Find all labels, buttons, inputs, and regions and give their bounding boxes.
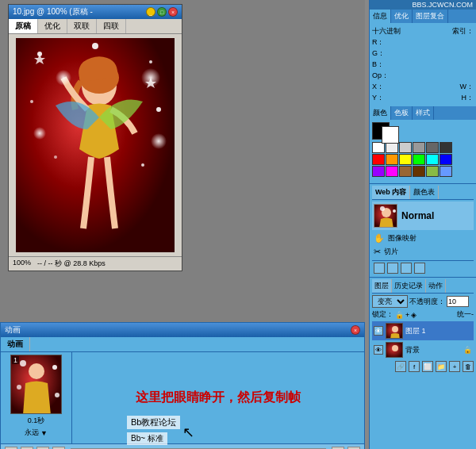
tab-layer-merge[interactable]: 图层复合 [413,10,448,23]
x-label: X： [372,82,384,92]
image-statusbar: 100% -- / -- 秒 @ 28.8 Kbps [9,256,182,271]
minimize-button[interactable]: _ [146,7,155,17]
swatch-red[interactable] [372,154,385,165]
layer-1-name: 图层 1 [405,326,472,336]
animation-titlebar: 动画 × [1,323,364,337]
tab-quad[interactable]: 四联 [97,19,126,33]
layer-group-btn[interactable]: 📁 [436,361,447,372]
w-label: W： [460,82,474,92]
tab-color-table[interactable]: 颜色表 [410,186,439,199]
swatch-gray1[interactable] [399,142,412,153]
tab-layers[interactable]: 图层 [372,279,392,293]
swatch-purple[interactable] [372,166,385,177]
swatch-gray2[interactable] [413,142,425,153]
animation-title: 动画 [5,324,21,336]
tab-color[interactable]: 颜色 [370,106,391,120]
b-row: B： [372,59,474,70]
lock-label: 锁定： [372,309,393,320]
tab-palette[interactable]: 色板 [391,106,413,120]
svg-point-6 [141,163,144,167]
slice-item[interactable]: ✂ 切片 [372,245,474,259]
image-figure [16,38,175,252]
swatch-lime[interactable] [426,166,439,177]
lock-icon-1[interactable]: 🔒 [395,311,404,319]
web-content-tabs: Web 内容 颜色表 [372,186,474,200]
g-label: G： [372,48,385,59]
svg-point-2 [149,60,152,63]
info-section: 十六进制 索引： R： G： B： Op： X： W： Y： H： [370,23,476,106]
close-button[interactable]: × [168,7,178,17]
swatch-lightgray[interactable] [386,142,398,153]
layer-actions: 🔗 f ⬜ 📁 + 🗑 [372,361,474,372]
swatch-white[interactable] [372,142,385,153]
lock-icon-2[interactable]: + [405,311,409,319]
lock-icons: 锁定： 🔒 + ◈ 统一- [372,309,474,320]
layer-visibility-bg[interactable]: 👁 [374,345,383,355]
layer-row-bg[interactable]: 👁 背景 🔒 [372,340,474,359]
swatch-magenta[interactable] [386,166,398,177]
background-color[interactable] [382,126,399,144]
instruction-area: 这里把眼睛睁开，然后复制帧 [72,352,364,443]
svg-point-14 [33,127,46,140]
h-label: H： [462,93,474,103]
swatch-green[interactable] [413,154,425,165]
action-icon-2[interactable] [387,263,398,274]
layer-row-1[interactable]: 👁 图层 1 [372,321,474,340]
layer-new-btn[interactable]: + [449,361,460,372]
action-icon-3[interactable] [401,263,412,274]
maximize-button[interactable]: □ [157,7,167,17]
tab-optimize[interactable]: 优化 [38,19,67,33]
svg-point-13 [141,68,160,87]
frame-area: 1 0.1秒 [1,352,72,443]
index-label: 索引： [452,26,474,36]
swatch-yellow[interactable] [399,154,412,165]
site-label: BBS.JCWCN.COM [370,0,476,10]
action-icon-4[interactable] [414,263,425,274]
color-swatch-grid [372,142,474,177]
frame-thumb-1[interactable]: 1 [10,355,62,414]
swatch-orange[interactable] [386,154,398,165]
tab-info[interactable]: 信息 [370,10,391,23]
tab-styles[interactable]: 样式 [413,106,434,120]
tab-original[interactable]: 原稿 [9,19,38,33]
layer-visibility-1[interactable]: 👁 [374,326,383,336]
slice-icon: ✂ [374,247,381,257]
tab-actions[interactable]: 动作 [426,279,446,293]
frame-loop: 永远 ▼ [25,428,48,438]
layer-link-btn[interactable]: 🔗 [395,361,406,372]
tab-animation[interactable]: 动画 [1,337,30,351]
swatch-darkgray[interactable] [440,142,452,153]
zoom-level: 100% [13,259,31,269]
lock-icon-3[interactable]: ◈ [411,311,416,319]
tab-optimize-right[interactable]: 优化 [391,10,413,23]
tab-history[interactable]: 历史记录 [392,279,426,293]
tab-dual[interactable]: 双联 [67,19,97,33]
tab-web-content[interactable]: Web 内容 [372,186,410,199]
op-row: Op： [372,71,474,81]
loop-chevron-icon[interactable]: ▼ [40,429,48,437]
svg-point-4 [156,107,161,112]
layer-thumb-1 [386,323,403,339]
animation-close-btn[interactable]: × [351,325,360,335]
swatch-lightblue[interactable] [440,166,452,177]
layers-controls: 变亮 不透明度： [372,295,474,308]
swatch-gray3[interactable] [426,142,439,153]
swatch-brown[interactable] [399,166,412,177]
layer-mask-btn[interactable]: ⬜ [422,361,433,372]
opacity-input[interactable] [447,296,469,307]
lock-bg-icon: 🔒 [463,346,472,354]
transfer-status: -- / -- 秒 @ 28.8 Kbps [37,259,106,269]
swatch-blue[interactable] [440,154,452,165]
normal-item[interactable]: Normal [372,201,474,230]
main-color-swatches [372,122,474,140]
right-panel: BBS.JCWCN.COM 信息 优化 图层复合 十六进制 索引： R： G： … [369,0,476,449]
action-icon-1[interactable] [374,263,385,274]
layer-delete-btn[interactable]: 🗑 [463,361,474,372]
swatch-darkbrown[interactable] [413,166,425,177]
imagemap-item[interactable]: ✋ 图像映射 [372,232,474,245]
swatch-cyan[interactable] [426,154,439,165]
blend-mode-dropdown[interactable]: 变亮 [372,295,408,308]
watermark-bottom-text: Bb~ 标准 [131,434,163,443]
b-label: B： [372,59,384,70]
layer-style-btn[interactable]: f [409,361,420,372]
